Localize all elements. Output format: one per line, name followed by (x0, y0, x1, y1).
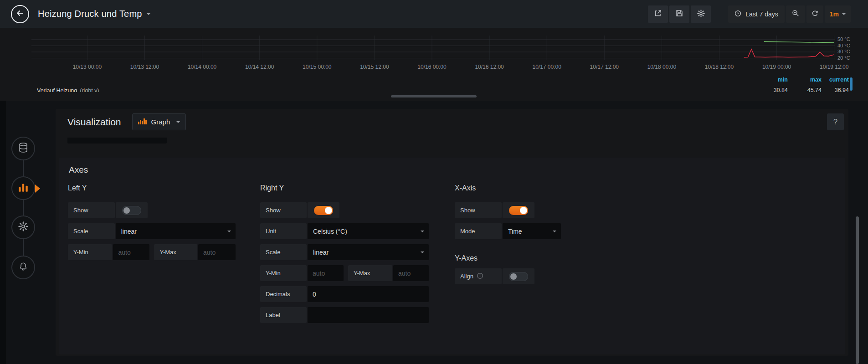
refresh-interval-label: 1m (830, 10, 839, 18)
right-y-heading: Right Y (260, 184, 430, 193)
x-tick-label: 10/15 12:00 (360, 64, 389, 70)
y-axes-heading: Y-Axes (455, 254, 591, 263)
left-y-show-cell (116, 202, 148, 218)
tab-alert[interactable] (11, 256, 35, 279)
refresh-icon (812, 10, 818, 18)
right-y-show-toggle[interactable] (314, 206, 333, 215)
bar-chart-icon (17, 181, 29, 195)
left-y-scale-select[interactable]: linear (116, 223, 236, 239)
visualization-panel: Visualization Graph ? Axes Left Y Show (56, 109, 848, 356)
x-tick-label: 10/13 00:00 (73, 64, 102, 70)
tab-queries[interactable] (11, 137, 35, 160)
dashboard-title-dropdown[interactable]: Heizung Druck und Temp (38, 9, 150, 19)
y-tick-label: 30 °C (837, 49, 850, 54)
right-y-max-label: Y-Max (348, 265, 392, 281)
right-y-min-input[interactable] (308, 265, 344, 281)
dashboard-title: Heizung Druck und Temp (38, 9, 142, 19)
legend-min-value: 30.84 (754, 87, 788, 92)
left-edge-strip (0, 101, 6, 364)
left-y-show-toggle[interactable] (122, 206, 141, 215)
y-tick-label: 20 °C (837, 55, 850, 61)
right-y-label-input[interactable] (308, 307, 429, 323)
refresh-interval-dropdown[interactable]: 1m (825, 5, 851, 23)
magnifier-minus-icon (792, 10, 799, 18)
x-axis-show-toggle[interactable] (509, 206, 528, 215)
y-tick-label: 50 °C (837, 36, 850, 42)
panel-split-drag-handle[interactable] (391, 95, 477, 97)
dashboard-actions (648, 5, 711, 23)
x-axis-mode-label: Mode (455, 223, 502, 239)
preview-chart[interactable] (31, 36, 835, 62)
x-tick-label: 10/13 12:00 (130, 64, 159, 70)
right-y-column: Right Y Show Unit Celsius (°C) (260, 184, 430, 328)
refresh-button[interactable] (806, 5, 823, 23)
chevron-down-icon (147, 13, 150, 15)
x-axis-show-cell (503, 202, 534, 218)
share-button[interactable] (648, 5, 668, 23)
legend-scrollbar[interactable] (850, 77, 853, 91)
viz-type-dropdown[interactable]: Graph (132, 113, 186, 130)
axes-section: Axes Left Y Show Scale linear (59, 158, 845, 354)
legend-current-value: 36.94 (822, 87, 849, 92)
right-y-unit-select[interactable]: Celsius (°C) (308, 223, 429, 239)
x-tick-label: 10/16 00:00 (417, 64, 446, 70)
legend-header-row: min max current (754, 77, 849, 83)
arrow-left-icon (15, 9, 25, 19)
legend-sort-min[interactable]: min (754, 77, 788, 83)
panel-editor: Visualization Graph ? Axes Left Y Show (0, 101, 868, 364)
legend-sort-current[interactable]: current (822, 77, 849, 83)
right-y-show-label: Show (260, 202, 307, 218)
right-y-scale-value: linear (313, 249, 329, 256)
x-tick-label: 10/17 00:00 (532, 64, 561, 70)
share-icon (654, 10, 662, 18)
right-y-scale-select[interactable]: linear (308, 244, 429, 260)
left-y-max-label: Y-Max (154, 244, 197, 260)
tab-general[interactable] (11, 215, 35, 239)
left-y-scale-value: linear (121, 228, 137, 235)
gear-icon (697, 10, 705, 19)
legend-sort-max[interactable]: max (788, 77, 822, 83)
right-y-decimals-input[interactable] (308, 286, 429, 302)
axes-heading: Axes (69, 165, 88, 175)
right-y-unit-value: Celsius (°C) (313, 228, 347, 235)
panel-split-divider (0, 92, 868, 101)
chevron-down-icon (176, 121, 180, 123)
legend-series-name[interactable]: Verlauf Heizung(right y) (37, 87, 99, 92)
visualization-header: Visualization Graph ? (56, 109, 848, 135)
save-icon (676, 10, 683, 18)
left-y-heading: Left Y (68, 184, 236, 193)
x-tick-label: 10/16 12:00 (475, 64, 503, 70)
time-range-picker[interactable]: Last 7 days (728, 5, 785, 23)
align-label-text: Align (460, 273, 473, 280)
back-button[interactable] (11, 5, 29, 23)
x-axis-show-label: Show (455, 202, 502, 218)
chevron-down-icon (227, 231, 231, 232)
help-button[interactable]: ? (827, 113, 844, 130)
zoom-out-button[interactable] (786, 5, 805, 23)
active-tab-arrow-icon (35, 185, 40, 193)
dashboard-settings-button[interactable] (691, 5, 711, 23)
left-y-min-input[interactable] (113, 244, 149, 260)
legend-row-values: 30.84 45.74 36.94 (754, 87, 849, 92)
chevron-down-icon (842, 13, 846, 15)
time-controls: Last 7 days 1m (728, 5, 851, 23)
left-y-max-input[interactable] (198, 244, 236, 260)
graph-preview-panel: 50 °C40 °C30 °C20 °C 10/13 00:0010/13 12… (0, 28, 868, 92)
x-tick-label: 10/18 00:00 (647, 64, 676, 70)
y-tick-label: 40 °C (837, 43, 850, 48)
right-y-max-input[interactable] (393, 265, 429, 281)
series-axis-note: (right y) (80, 87, 99, 92)
y-axes-align-toggle[interactable] (509, 272, 528, 281)
graph-viz-icon (138, 118, 147, 126)
page-scrollbar[interactable] (856, 216, 859, 364)
info-icon[interactable] (477, 273, 483, 280)
right-y-show-cell (308, 202, 339, 218)
right-y-min-label: Y-Min (260, 265, 307, 281)
time-range-label: Last 7 days (745, 10, 778, 18)
x-axis-column: X-Axis Show Mode Time Y-Ax (455, 184, 591, 289)
tab-visualization[interactable] (11, 176, 35, 200)
bell-icon (18, 261, 28, 273)
left-y-show-label: Show (68, 202, 115, 218)
x-axis-mode-select[interactable]: Time (503, 223, 561, 239)
save-button[interactable] (669, 5, 689, 23)
